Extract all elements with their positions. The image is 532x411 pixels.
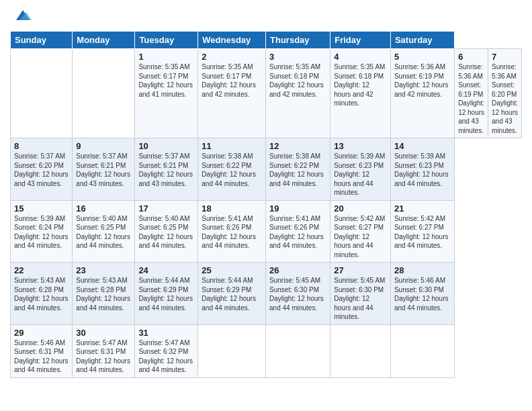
day-number: 19 — [269, 203, 326, 214]
calendar-day-cell: 22Sunrise: 5:43 AMSunset: 6:28 PMDayligh… — [11, 263, 73, 325]
day-info: Sunrise: 5:37 AMSunset: 6:20 PMDaylight:… — [14, 152, 69, 187]
day-number: 16 — [76, 203, 131, 214]
calendar-day-cell: 9Sunrise: 5:37 AMSunset: 6:21 PMDaylight… — [73, 138, 135, 201]
calendar-day-cell: 15Sunrise: 5:39 AMSunset: 6:24 PMDayligh… — [11, 200, 73, 263]
day-number: 25 — [202, 265, 262, 275]
calendar-day-cell: 27Sunrise: 5:45 AMSunset: 6:30 PMDayligh… — [330, 263, 391, 325]
calendar-day-cell: 19Sunrise: 5:41 AMSunset: 6:26 PMDayligh… — [266, 200, 330, 263]
calendar-day-cell: 26Sunrise: 5:45 AMSunset: 6:30 PMDayligh… — [266, 263, 330, 325]
day-number: 4 — [334, 52, 387, 62]
calendar-week-row: 8Sunrise: 5:37 AMSunset: 6:20 PMDaylight… — [11, 138, 522, 201]
day-number: 3 — [269, 52, 326, 62]
day-info: Sunrise: 5:36 AMSunset: 6:19 PMDaylight:… — [458, 63, 484, 134]
calendar-day-cell — [11, 49, 73, 138]
calendar-day-cell: 18Sunrise: 5:41 AMSunset: 6:26 PMDayligh… — [198, 200, 266, 263]
calendar-week-row: 29Sunrise: 5:46 AMSunset: 6:31 PMDayligh… — [11, 324, 522, 377]
day-number: 30 — [76, 328, 131, 338]
calendar-day-cell: 28Sunrise: 5:46 AMSunset: 6:30 PMDayligh… — [390, 263, 454, 325]
header-day: Friday — [330, 32, 391, 49]
calendar-week-row: 22Sunrise: 5:43 AMSunset: 6:28 PMDayligh… — [11, 263, 522, 325]
calendar-day-cell — [330, 324, 391, 377]
day-number: 20 — [334, 203, 387, 214]
day-info: Sunrise: 5:35 AMSunset: 6:18 PMDaylight:… — [334, 63, 385, 107]
day-number: 11 — [202, 141, 262, 151]
day-number: 14 — [394, 141, 451, 151]
calendar-day-cell: 23Sunrise: 5:43 AMSunset: 6:28 PMDayligh… — [73, 263, 135, 325]
calendar-day-cell: 17Sunrise: 5:40 AMSunset: 6:25 PMDayligh… — [135, 200, 198, 263]
header-day: Saturday — [390, 32, 454, 49]
header-day: Thursday — [266, 32, 330, 49]
calendar-day-cell: 5Sunrise: 5:36 AMSunset: 6:19 PMDaylight… — [390, 49, 454, 138]
calendar-day-cell — [198, 324, 266, 377]
day-info: Sunrise: 5:39 AMSunset: 6:23 PMDaylight:… — [334, 152, 385, 196]
logo-icon — [13, 7, 33, 27]
calendar-day-cell: 6Sunrise: 5:36 AMSunset: 6:19 PMDaylight… — [455, 49, 488, 138]
day-info: Sunrise: 5:35 AMSunset: 6:17 PMDaylight:… — [138, 63, 193, 98]
day-info: Sunrise: 5:35 AMSunset: 6:17 PMDaylight:… — [202, 63, 256, 98]
calendar-day-cell: 13Sunrise: 5:39 AMSunset: 6:23 PMDayligh… — [330, 138, 391, 201]
header — [10, 7, 522, 27]
day-info: Sunrise: 5:46 AMSunset: 6:30 PMDaylight:… — [394, 277, 449, 312]
calendar-body: 1Sunrise: 5:35 AMSunset: 6:17 PMDaylight… — [11, 49, 522, 378]
day-info: Sunrise: 5:36 AMSunset: 6:20 PMDaylight:… — [492, 63, 518, 134]
day-info: Sunrise: 5:37 AMSunset: 6:21 PMDaylight:… — [138, 152, 193, 187]
day-info: Sunrise: 5:38 AMSunset: 6:22 PMDaylight:… — [202, 152, 256, 187]
day-info: Sunrise: 5:38 AMSunset: 6:22 PMDaylight:… — [269, 152, 324, 187]
day-info: Sunrise: 5:42 AMSunset: 6:27 PMDaylight:… — [394, 215, 449, 250]
day-number: 12 — [269, 141, 326, 151]
day-number: 24 — [138, 265, 194, 275]
day-number: 28 — [394, 265, 451, 275]
page: SundayMondayTuesdayWednesdayThursdayFrid… — [0, 0, 532, 411]
day-info: Sunrise: 5:35 AMSunset: 6:18 PMDaylight:… — [269, 63, 324, 98]
calendar-day-cell: 3Sunrise: 5:35 AMSunset: 6:18 PMDaylight… — [266, 49, 330, 138]
calendar-day-cell: 16Sunrise: 5:40 AMSunset: 6:25 PMDayligh… — [73, 200, 135, 263]
calendar-day-cell: 2Sunrise: 5:35 AMSunset: 6:17 PMDaylight… — [198, 49, 266, 138]
calendar-day-cell: 31Sunrise: 5:47 AMSunset: 6:32 PMDayligh… — [135, 324, 198, 377]
day-info: Sunrise: 5:47 AMSunset: 6:31 PMDaylight:… — [76, 339, 130, 374]
day-info: Sunrise: 5:45 AMSunset: 6:30 PMDaylight:… — [269, 277, 324, 312]
calendar-day-cell: 4Sunrise: 5:35 AMSunset: 6:18 PMDaylight… — [330, 49, 391, 138]
day-info: Sunrise: 5:42 AMSunset: 6:27 PMDaylight:… — [334, 215, 385, 259]
day-number: 17 — [138, 203, 194, 214]
day-number: 1 — [138, 52, 194, 62]
day-info: Sunrise: 5:41 AMSunset: 6:26 PMDaylight:… — [202, 215, 256, 250]
calendar-day-cell — [266, 324, 330, 377]
day-info: Sunrise: 5:37 AMSunset: 6:21 PMDaylight:… — [76, 152, 130, 187]
day-info: Sunrise: 5:40 AMSunset: 6:25 PMDaylight:… — [138, 215, 193, 250]
calendar-day-cell: 30Sunrise: 5:47 AMSunset: 6:31 PMDayligh… — [73, 324, 135, 377]
calendar-day-cell — [73, 49, 135, 138]
calendar-day-cell: 29Sunrise: 5:46 AMSunset: 6:31 PMDayligh… — [11, 324, 73, 377]
day-info: Sunrise: 5:43 AMSunset: 6:28 PMDaylight:… — [14, 277, 69, 312]
calendar-day-cell: 21Sunrise: 5:42 AMSunset: 6:27 PMDayligh… — [390, 200, 454, 263]
calendar-day-cell: 14Sunrise: 5:39 AMSunset: 6:23 PMDayligh… — [390, 138, 454, 201]
header-day: Tuesday — [135, 32, 198, 49]
calendar-day-cell: 8Sunrise: 5:37 AMSunset: 6:20 PMDaylight… — [11, 138, 73, 201]
calendar-table: SundayMondayTuesdayWednesdayThursdayFrid… — [10, 31, 522, 378]
calendar-day-cell: 7Sunrise: 5:36 AMSunset: 6:20 PMDaylight… — [488, 49, 522, 138]
day-info: Sunrise: 5:39 AMSunset: 6:23 PMDaylight:… — [394, 152, 449, 187]
day-info: Sunrise: 5:41 AMSunset: 6:26 PMDaylight:… — [269, 215, 324, 250]
day-number: 31 — [138, 328, 194, 338]
header-day: Sunday — [11, 32, 73, 49]
day-info: Sunrise: 5:40 AMSunset: 6:25 PMDaylight:… — [76, 215, 130, 250]
day-info: Sunrise: 5:43 AMSunset: 6:28 PMDaylight:… — [76, 277, 130, 312]
calendar-week-row: 15Sunrise: 5:39 AMSunset: 6:24 PMDayligh… — [11, 200, 522, 263]
day-number: 7 — [492, 52, 518, 62]
day-info: Sunrise: 5:36 AMSunset: 6:19 PMDaylight:… — [394, 63, 449, 98]
calendar-day-cell — [390, 324, 454, 377]
day-number: 9 — [76, 141, 131, 151]
day-number: 6 — [458, 52, 484, 62]
day-number: 29 — [14, 328, 69, 338]
calendar-day-cell: 10Sunrise: 5:37 AMSunset: 6:21 PMDayligh… — [135, 138, 198, 201]
day-number: 22 — [14, 265, 69, 275]
day-info: Sunrise: 5:47 AMSunset: 6:32 PMDaylight:… — [138, 339, 193, 374]
day-number: 8 — [14, 141, 69, 151]
day-number: 27 — [334, 265, 387, 275]
day-number: 10 — [138, 141, 194, 151]
day-number: 21 — [394, 203, 451, 214]
day-number: 2 — [202, 52, 262, 62]
header-day: Monday — [73, 32, 135, 49]
day-info: Sunrise: 5:44 AMSunset: 6:29 PMDaylight:… — [202, 277, 256, 312]
calendar-day-cell: 24Sunrise: 5:44 AMSunset: 6:29 PMDayligh… — [135, 263, 198, 325]
header-day: Wednesday — [198, 32, 266, 49]
